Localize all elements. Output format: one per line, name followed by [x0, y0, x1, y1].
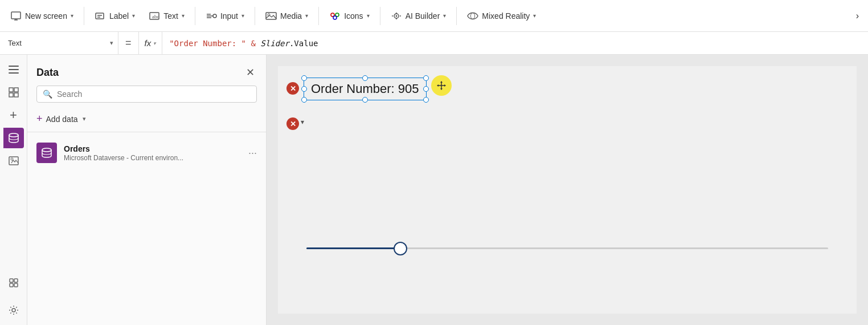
handle-bottom-right[interactable]	[423, 97, 429, 103]
text-element[interactable]: Order Number: 905	[304, 78, 427, 100]
media-button[interactable]: Media ▾	[260, 7, 314, 25]
mixed-reality-icon	[467, 10, 478, 22]
data-button[interactable]	[3, 128, 24, 148]
text-icon: abc	[149, 10, 160, 22]
screen-icon	[10, 10, 22, 22]
search-input[interactable]	[57, 90, 251, 99]
input-icon	[206, 10, 217, 22]
svg-point-11	[213, 14, 216, 18]
media-sidebar-button[interactable]	[3, 151, 24, 171]
input-button[interactable]: Input ▾	[200, 7, 250, 25]
data-panel-close-button[interactable]: ✕	[244, 64, 257, 81]
add-button[interactable]: +	[3, 105, 24, 125]
layers-icon	[8, 87, 19, 98]
add-data-button[interactable]: + Add data ▾	[27, 109, 266, 132]
orders-info: Orders Microsoft Dataverse - Current env…	[64, 144, 241, 162]
svg-rect-34	[14, 283, 18, 287]
svg-marker-39	[440, 81, 443, 83]
svg-point-35	[12, 308, 15, 312]
formula-input-area[interactable]: "Order Number: " & Slider.Value	[162, 39, 868, 48]
components-button[interactable]	[3, 273, 24, 293]
toolbar-divider-5	[380, 7, 380, 25]
move-cursor-icon[interactable]	[431, 75, 452, 96]
add-data-label: Add data	[46, 115, 78, 124]
orders-description: Microsoft Dataverse - Current environ...	[64, 154, 241, 162]
orders-icon	[36, 143, 57, 163]
svg-rect-25	[14, 88, 18, 92]
label-button[interactable]: Label ▾	[89, 7, 141, 25]
handle-bottom-left[interactable]	[301, 97, 307, 103]
data-panel-title: Data	[36, 67, 59, 79]
icons-button[interactable]: Icons ▾	[324, 7, 375, 25]
icons-toolbar-icon	[329, 10, 341, 22]
fx-chevron: ▾	[153, 40, 156, 46]
orders-more-button[interactable]: ···	[248, 147, 257, 159]
handle-top-left[interactable]	[301, 75, 307, 81]
svg-point-28	[9, 133, 18, 137]
canvas-area: ✕ Order Number: 905	[267, 55, 868, 325]
svg-rect-33	[10, 283, 13, 287]
svg-point-23	[471, 13, 475, 19]
error-badge-2[interactable]: ✕	[286, 117, 299, 130]
sidebar-icons: +	[0, 55, 27, 325]
new-screen-label: New screen	[25, 11, 67, 21]
search-box: 🔍	[36, 86, 257, 103]
label-label: Label	[109, 11, 129, 21]
media-chevron: ▾	[305, 13, 308, 19]
handle-top-right[interactable]	[423, 75, 429, 81]
toolbar: New screen ▾ Label ▾ abc Text ▾	[0, 0, 868, 32]
svg-rect-32	[14, 279, 18, 282]
svg-point-30	[11, 158, 13, 160]
input-chevron: ▾	[241, 13, 244, 19]
search-icon: 🔍	[43, 90, 52, 99]
mixed-reality-button[interactable]: Mixed Reality ▾	[461, 7, 542, 25]
ai-builder-button[interactable]: AI Builder ▾	[385, 7, 452, 25]
orders-name: Orders	[64, 144, 241, 153]
svg-point-22	[395, 15, 397, 17]
handle-middle-right[interactable]	[423, 86, 429, 92]
error-dropdown-chevron[interactable]: ▾	[301, 118, 304, 126]
media-icon	[265, 10, 277, 22]
equals-sign: =	[125, 37, 132, 49]
data-divider	[27, 132, 266, 132]
svg-rect-27	[14, 93, 18, 97]
data-panel-header: Data ✕	[27, 55, 266, 86]
toolbar-divider-1	[84, 7, 84, 25]
hamburger-line-3	[9, 72, 19, 74]
svg-rect-24	[9, 88, 13, 92]
handle-middle-left[interactable]	[301, 86, 307, 92]
property-selector[interactable]: Text ▾	[5, 32, 118, 54]
formula-equals: =	[118, 32, 139, 54]
svg-rect-0	[11, 12, 21, 19]
text-element-wrapper: Order Number: 905	[304, 78, 427, 100]
main-area: +	[0, 55, 868, 325]
active-indicator	[3, 128, 5, 148]
handle-bottom-center[interactable]	[362, 97, 368, 103]
media-label: Media	[280, 11, 302, 21]
svg-point-16	[333, 16, 337, 19]
svg-point-36	[42, 148, 51, 152]
error-badge-1[interactable]: ✕	[286, 82, 299, 95]
slider-thumb[interactable]	[394, 242, 407, 255]
new-screen-chevron: ▾	[71, 13, 73, 19]
media-sidebar-icon	[8, 155, 19, 166]
slider-fill	[306, 247, 400, 249]
hamburger-line-1	[9, 66, 19, 67]
slider-element[interactable]	[306, 239, 828, 257]
toolbar-divider-4	[318, 7, 319, 25]
icons-label: Icons	[344, 11, 363, 21]
icons-chevron: ▾	[367, 13, 370, 19]
orders-data-source[interactable]: Orders Microsoft Dataverse - Current env…	[27, 137, 266, 169]
hamburger-menu-button[interactable]	[3, 59, 24, 80]
layers-button[interactable]	[3, 82, 24, 103]
add-data-chevron: ▾	[83, 115, 86, 123]
new-screen-button[interactable]: New screen ▾	[5, 7, 79, 25]
text-chevron: ▾	[182, 13, 185, 19]
handle-top-center[interactable]	[362, 75, 368, 81]
settings-button[interactable]	[3, 300, 24, 320]
text-button[interactable]: abc Text ▾	[143, 7, 190, 25]
formula-fx-button[interactable]: fx ▾	[139, 32, 163, 54]
toolbar-overflow-button[interactable]: ›	[851, 7, 863, 25]
svg-marker-40	[440, 88, 443, 90]
hamburger-line-2	[9, 69, 19, 70]
